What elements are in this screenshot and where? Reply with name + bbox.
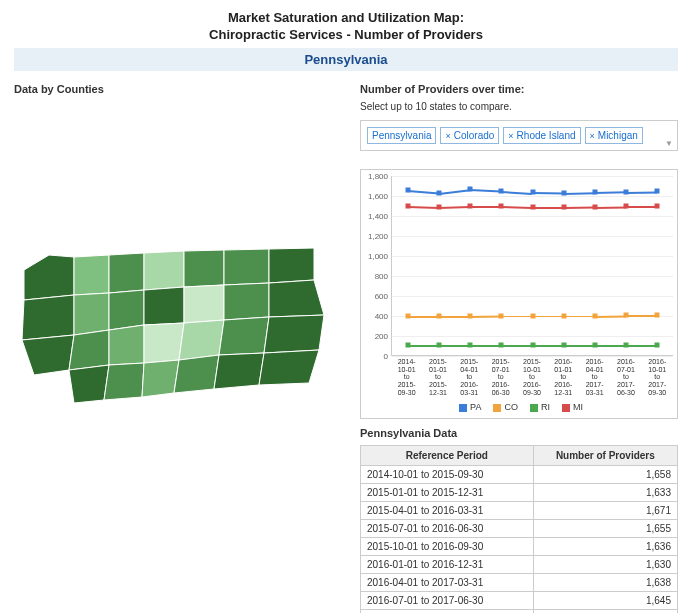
- chart-line: [501, 191, 532, 194]
- data-table: Reference Period Number of Providers 201…: [360, 445, 678, 613]
- chip-label: Pennsylvania: [372, 130, 431, 141]
- table-row: 2014-10-01 to 2015-09-301,658: [361, 466, 678, 484]
- cell-value: 1,636: [533, 538, 677, 556]
- x-tick-label: 2016-10-01to2017-09-30: [642, 356, 673, 396]
- table-row: 2015-07-01 to 2016-06-301,655: [361, 520, 678, 538]
- chart-line: [501, 206, 532, 208]
- cell-value: 1,638: [533, 574, 677, 592]
- table-row: 2015-04-01 to 2016-03-311,671: [361, 502, 678, 520]
- chart-instruction: Select up to 10 states to compare.: [360, 101, 678, 112]
- y-tick-label: 0: [364, 352, 388, 361]
- y-tick-label: 200: [364, 332, 388, 341]
- state-chip[interactable]: ×Rhode Island: [503, 127, 580, 144]
- chart-line: [470, 345, 501, 347]
- state-chip[interactable]: ×Colorado: [440, 127, 499, 144]
- table-row: 2016-01-01 to 2016-12-311,630: [361, 556, 678, 574]
- table-row: 2016-04-01 to 2017-03-311,638: [361, 574, 678, 592]
- chart-line: [470, 206, 501, 208]
- x-tick-label: 2016-07-01to2017-06-30: [610, 356, 641, 396]
- chart-line: [532, 192, 563, 194]
- y-tick-label: 800: [364, 272, 388, 281]
- legend-item: CO: [489, 402, 518, 412]
- chart-line: [595, 345, 626, 347]
- y-tick-label: 1,400: [364, 212, 388, 221]
- chart-line: [564, 192, 595, 194]
- chart-line: [501, 316, 532, 318]
- x-tick-label: 2015-10-01to2016-09-30: [516, 356, 547, 396]
- x-tick-label: 2015-04-01to2016-03-31: [454, 356, 485, 396]
- chart-line: [564, 316, 595, 318]
- chip-label: Michigan: [598, 130, 638, 141]
- cell-period: 2015-01-01 to 2015-12-31: [361, 484, 534, 502]
- x-tick-label: 2015-01-01to2015-12-31: [422, 356, 453, 396]
- table-col-period: Reference Period: [361, 446, 534, 466]
- chip-label: Colorado: [454, 130, 495, 141]
- y-tick-label: 1,800: [364, 172, 388, 181]
- chart-line: [564, 207, 595, 209]
- cell-period: 2015-10-01 to 2016-09-30: [361, 538, 534, 556]
- cell-value: 1,645: [533, 592, 677, 610]
- legend-item: RI: [526, 402, 550, 412]
- chart-line: [626, 191, 657, 193]
- x-tick-label: 2016-01-01to2016-12-31: [548, 356, 579, 396]
- y-tick-label: 600: [364, 292, 388, 301]
- cell-period: 2016-07-01 to 2017-06-30: [361, 592, 534, 610]
- state-chip[interactable]: ×Michigan: [585, 127, 643, 144]
- cell-period: 2016-01-01 to 2016-12-31: [361, 556, 534, 574]
- chart-line: [470, 189, 501, 192]
- cell-value: 1,630: [533, 556, 677, 574]
- cell-value: 1,658: [533, 466, 677, 484]
- legend-item: PA: [455, 402, 481, 412]
- chart-line: [564, 345, 595, 347]
- cell-period: 2015-07-01 to 2016-06-30: [361, 520, 534, 538]
- table-col-value: Number of Providers: [533, 446, 677, 466]
- table-row: 2015-10-01 to 2016-09-301,636: [361, 538, 678, 556]
- chart-line: [533, 316, 564, 318]
- cell-value: 1,655: [533, 520, 677, 538]
- chart-line: [501, 345, 532, 347]
- chart-heading: Number of Providers over time:: [360, 83, 678, 95]
- line-chart: 02004006008001,0001,2001,4001,6001,800 2…: [360, 169, 678, 419]
- state-header: Pennsylvania: [14, 48, 678, 71]
- chart-line: [408, 345, 439, 347]
- chart-line: [439, 345, 470, 347]
- chart-line: [626, 206, 657, 208]
- state-selector[interactable]: Pennsylvania×Colorado×Rhode Island×Michi…: [360, 120, 678, 151]
- chart-line: [626, 315, 657, 317]
- legend-swatch: [562, 404, 570, 412]
- cell-value: 1,671: [533, 502, 677, 520]
- data-heading: Pennsylvania Data: [360, 427, 678, 439]
- state-chip[interactable]: Pennsylvania: [367, 127, 436, 144]
- chart-line: [626, 345, 657, 347]
- chart-line: [470, 316, 501, 318]
- chart-line: [533, 345, 564, 347]
- y-tick-label: 1,600: [364, 192, 388, 201]
- left-heading: Data by Counties: [14, 83, 344, 95]
- chart-line: [408, 206, 439, 208]
- chip-remove-icon[interactable]: ×: [445, 131, 450, 141]
- table-row: 2015-01-01 to 2015-12-311,633: [361, 484, 678, 502]
- county-map[interactable]: [14, 215, 344, 417]
- x-tick-label: 2015-07-01to2016-06-30: [485, 356, 516, 396]
- cell-period: 2015-04-01 to 2016-03-31: [361, 502, 534, 520]
- cell-value: 1,633: [533, 484, 677, 502]
- dropdown-icon[interactable]: ▼: [665, 139, 673, 148]
- chart-legend: PACORIMI: [365, 396, 673, 414]
- legend-swatch: [530, 404, 538, 412]
- chart-line: [439, 189, 470, 194]
- y-tick-label: 400: [364, 312, 388, 321]
- legend-swatch: [493, 404, 501, 412]
- chip-remove-icon[interactable]: ×: [508, 131, 513, 141]
- chart-line: [533, 207, 564, 209]
- x-tick-label: 2016-04-01to2017-03-31: [579, 356, 610, 396]
- chart-line: [408, 316, 439, 318]
- cell-period: 2014-10-01 to 2015-09-30: [361, 466, 534, 484]
- legend-item: MI: [558, 402, 583, 412]
- chart-line: [439, 316, 470, 318]
- y-tick-label: 1,000: [364, 252, 388, 261]
- chart-line: [407, 190, 438, 194]
- chip-remove-icon[interactable]: ×: [590, 131, 595, 141]
- cell-period: 2016-04-01 to 2017-03-31: [361, 574, 534, 592]
- page-subtitle: Chiropractic Services - Number of Provid…: [14, 27, 678, 42]
- chart-line: [595, 191, 626, 193]
